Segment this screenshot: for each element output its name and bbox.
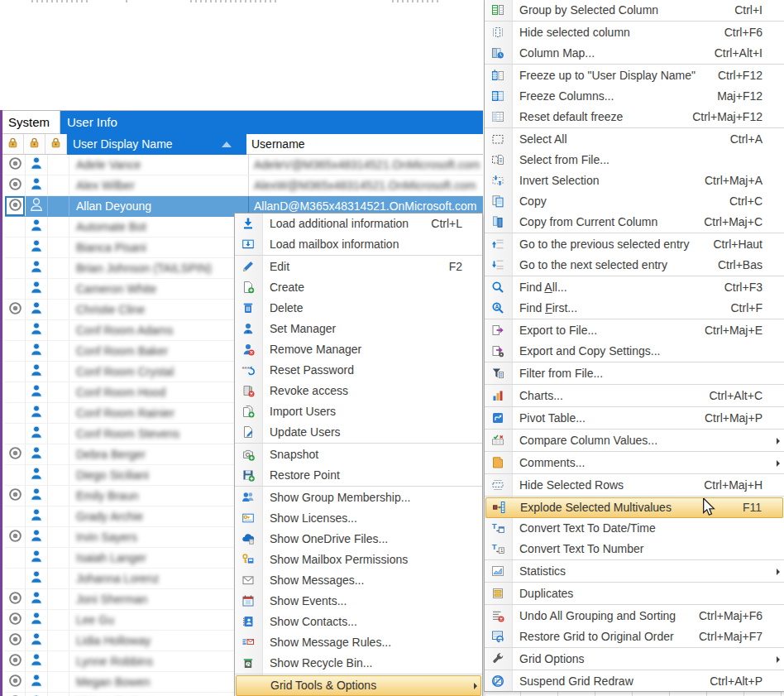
delete-icon (241, 301, 255, 314)
menu-item-show-recycle-bin[interactable]: Show Recycle Bin... (235, 653, 482, 674)
menu-item-grid-tools-options[interactable]: Grid Tools & Options (236, 675, 481, 696)
filter-file-icon (491, 367, 504, 380)
menu-item-hide-selected-rows[interactable]: Hide Selected RowsCtrl+Maj+H (485, 475, 784, 496)
selection-marker-icon (8, 198, 22, 215)
menu-item-label: Import Users (270, 401, 336, 422)
menu-item-column-map[interactable]: Column Map...Ctrl+Alt+I (485, 43, 784, 64)
menu-item-shortcut: Ctrl+Maj+F7 (699, 626, 762, 647)
menu-item-select-all[interactable]: Select AllCtrl+A (485, 129, 784, 150)
user-icon (29, 156, 44, 174)
find-first-icon: A (491, 301, 504, 314)
menu-item-label: Show Licenses... (270, 508, 357, 529)
row-type-cell (26, 693, 48, 696)
menu-item-load-additional-information[interactable]: Load additional informationCtrl+L (235, 214, 482, 234)
row-spare-cell (48, 548, 69, 568)
menu-item-comments[interactable]: Comments... (485, 453, 784, 473)
menu-item-edit[interactable]: EditF2 (235, 257, 482, 277)
menu-item-delete[interactable]: Delete (235, 298, 482, 319)
row-spare-cell (48, 527, 69, 547)
menu-item-pivot-table[interactable]: Pivot Table...Ctrl+Maj+P (485, 408, 784, 429)
menu-item-convert-text-to-date-time[interactable]: TConvert Text To Date/Time (485, 518, 784, 539)
row-marker-cell-empty (5, 569, 26, 588)
menu-item-invert-selection[interactable]: Invert SelectionCtrl+Maj+A (485, 170, 784, 191)
mailbox-permissions-icon (241, 553, 255, 566)
menu-item-reset-default-freeze[interactable]: Reset default freezeCtrl+Maj+F12 (485, 107, 784, 127)
menu-item-label: Restore Point (270, 465, 340, 486)
menu-item-export-and-copy-settings[interactable]: Export and Copy Settings... (485, 341, 784, 362)
menu-item-set-manager[interactable]: Set Manager (235, 319, 482, 339)
statistics-icon (491, 564, 504, 578)
menu-item-restore-point[interactable]: Restore Point (235, 465, 482, 486)
menu-item-show-messages[interactable]: Show Messages... (235, 570, 482, 591)
cell-user-display-name: Grady Archie (69, 506, 248, 526)
menu-item-show-mailbox-permissions[interactable]: Show Mailbox Permissions (235, 550, 482, 570)
menu-item-go-to-the-previous-selected-entry[interactable]: Go to the previous selected entryCtrl+Ha… (485, 234, 784, 255)
cell-user-display-name: Johanna Lorenz (69, 569, 248, 588)
snapshot-icon (241, 448, 255, 461)
menu-item-copy-from-current-column[interactable]: Copy from Current ColumnCtrl+Maj+C (485, 212, 784, 233)
menu-item-create[interactable]: Create (235, 277, 482, 298)
menu-item-explode-selected-multivalues[interactable]: Explode Selected MultivaluesF11 (485, 497, 783, 518)
menu-item-statistics[interactable]: Statistics (485, 561, 784, 582)
menu-item-load-mailbox-information[interactable]: Load mailbox information (235, 234, 482, 255)
menu-item-shortcut: Ctrl+C (729, 191, 762, 212)
menu-item-restore-grid-to-original-order[interactable]: Restore Grid to Original OrderCtrl+Maj+F… (485, 626, 784, 647)
menu-item-copy[interactable]: CopyCtrl+C (485, 191, 784, 212)
menu-item-show-message-rules[interactable]: Show Message Rules... (235, 632, 482, 653)
band-system[interactable]: System (2, 111, 60, 134)
column-header-user-display-name[interactable]: User Display Name (67, 134, 246, 155)
menu-item-export-to-file[interactable]: Export to File...Ctrl+Maj+E (485, 320, 784, 341)
convert-number-icon: T1 (491, 542, 504, 555)
menu-item-snapshot[interactable]: Snapshot (235, 444, 482, 465)
row-spare-cell (48, 465, 69, 485)
menu-item-suspend-grid-redraw[interactable]: Suspend Grid RedrawCtrl+Alt+P (485, 671, 784, 692)
menu-item-group-by-selected-column[interactable]: Group by Selected ColumnCtrl+I (485, 0, 784, 21)
cell-user-display-name: Miriam Graham (69, 693, 248, 696)
table-row[interactable]: Alex WilberAlexW@M365x48314521.OnMicroso… (5, 175, 483, 196)
menu-item-filter-from-file[interactable]: Filter from File... (485, 363, 784, 384)
user-icon (29, 652, 44, 670)
menu-item-revoke-access[interactable]: Revoke access (235, 381, 482, 401)
menu-item-find-first[interactable]: AFind First...Ctrl+F (485, 298, 784, 319)
lock-icon (28, 137, 41, 152)
menu-item-undo-all-grouping-and-sorting[interactable]: Undo All Grouping and SortingCtrl+Maj+F6 (485, 606, 784, 626)
menu-item-shortcut: Ctrl+I (734, 0, 762, 21)
menu-item-show-onedrive-files[interactable]: Show OneDrive Files... (235, 529, 482, 550)
row-marker-cell-empty (5, 362, 26, 382)
menu-item-compare-column-values[interactable]: Compare Column Values... (485, 430, 784, 451)
menu-item-charts[interactable]: Charts...Ctrl+Alt+C (485, 386, 784, 406)
menu-item-grid-options[interactable]: Grid Options (485, 649, 784, 670)
row-spare-cell (48, 300, 69, 319)
menu-item-label: Go to the previous selected entry (519, 234, 689, 255)
row-marker-cell (5, 527, 26, 547)
selection-marker-icon (8, 674, 22, 691)
row-marker-cell-empty (5, 506, 26, 526)
menu-item-go-to-the-next-selected-entry[interactable]: Go to the next selected entryCtrl+Bas (485, 255, 784, 276)
menu-item-label: Show Group Membership... (270, 487, 410, 508)
menu-item-freeze-columns[interactable]: Freeze Columns...Maj+F12 (485, 86, 784, 107)
menu-item-hide-selected-column[interactable]: Hide selected columnCtrl+F6 (485, 22, 784, 43)
row-spare-cell (48, 444, 69, 464)
menu-item-show-events[interactable]: Show Events... (235, 591, 482, 612)
menu-item-show-licenses[interactable]: Show Licenses... (235, 508, 482, 529)
menu-item-label: Duplicates (519, 583, 573, 604)
menu-item-select-from-file[interactable]: Select from File... (485, 150, 784, 170)
column-header-username[interactable]: Username (246, 134, 483, 155)
menu-item-convert-text-to-number[interactable]: T1Convert Text To Number (485, 539, 784, 559)
menu-item-show-contacts[interactable]: Show Contacts... (235, 612, 482, 632)
menu-item-shortcut: Ctrl+Alt+P (710, 671, 762, 692)
menu-item-show-group-membership[interactable]: Show Group Membership... (235, 487, 482, 508)
menu-item-import-users[interactable]: Import Users (235, 401, 482, 422)
menu-item-update-users[interactable]: Update Users (235, 422, 482, 443)
menu-item-freeze-up-to-user-display-name[interactable]: Freeze up to "User Display Name"Ctrl+F12 (485, 65, 784, 86)
row-type-cell (26, 465, 48, 485)
menu-item-find-all[interactable]: Find All...Ctrl+F3 (485, 277, 784, 298)
table-row[interactable]: Adele VanceAdeleV@M365x48314521.OnMicros… (5, 155, 483, 175)
band-user-info[interactable]: User Info (60, 111, 483, 134)
selection-marker-icon (8, 591, 22, 608)
menu-item-reset-password[interactable]: ***Reset Password (235, 360, 482, 381)
cell-user-display-name: Conf Room Baker (69, 341, 248, 361)
menu-item-remove-manager[interactable]: Remove Manager (235, 339, 482, 360)
menu-item-duplicates[interactable]: Duplicates (485, 583, 784, 604)
menu-item-shortcut: Ctrl+Bas (718, 255, 762, 276)
